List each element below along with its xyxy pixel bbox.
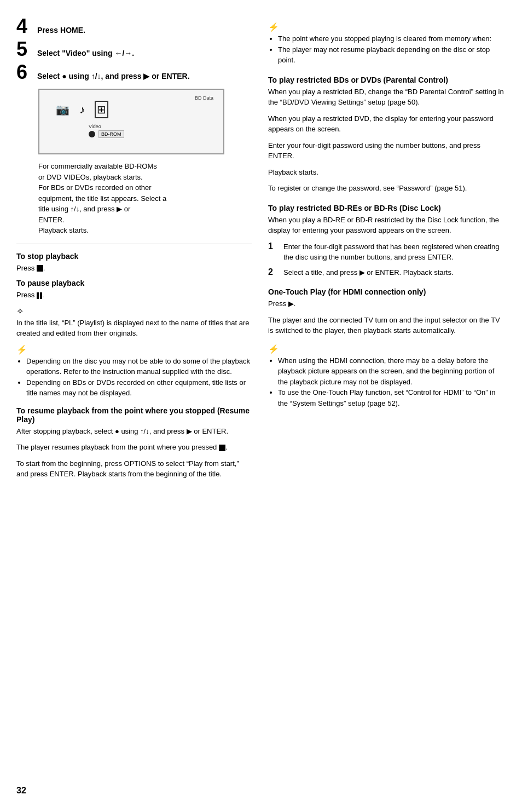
disc-lock-intro: When you play a BD-RE or BD-R restricted… xyxy=(268,215,506,236)
gear-icon: ✧ xyxy=(16,306,252,316)
bd-rom-row: BD-ROM xyxy=(89,130,207,138)
parental-heading: To play restricted BDs or DVDs (Parental… xyxy=(268,76,506,84)
resume-body-2: The player resumes playback from the poi… xyxy=(16,442,252,453)
one-touch-section: One-Touch Play (for HDMI connection only… xyxy=(268,287,506,336)
stop-playback-section: To stop playback Press . xyxy=(16,252,252,274)
step-2-num: 2 xyxy=(268,267,278,278)
video-row: Video xyxy=(89,124,207,129)
bolt-note-1-section: ⚡ Depending on the disc you may not be a… xyxy=(16,344,252,399)
bolt-note-3-section: ⚡ When using the HDMI connection, there … xyxy=(268,344,506,409)
bd-rom-label: BD-ROM xyxy=(98,130,124,138)
pause-icon xyxy=(37,292,42,299)
pause-heading: To pause playback xyxy=(16,279,252,287)
resume-body-3: To start from the beginning, press OPTIO… xyxy=(16,458,252,480)
screen-mockup: BD Data 📷 ♪ ⊞ Video BD-ROM xyxy=(38,89,224,154)
bd-data-label: BD Data xyxy=(195,95,213,101)
parental-body-5: To register or change the password, see … xyxy=(268,183,506,194)
step-6-caption: For commercially available BD-ROMs or DV… xyxy=(38,161,252,236)
disc-lock-step-2: 2 Select a title, and press ▶ or ENTER. … xyxy=(268,267,506,278)
bolt-icon-2: ⚡ xyxy=(268,22,506,32)
page-number: 32 xyxy=(16,786,26,796)
bolt-note-2-list: The point where you stopped playing is c… xyxy=(278,33,506,66)
bolt-note-1-list: Depending on the disc you may not be abl… xyxy=(26,356,252,399)
step-4: 4 Press HOME. xyxy=(16,16,252,36)
gear-note-section: ✧ In the title list, “PL” (Playlist) is … xyxy=(16,306,252,339)
step-5-number: 5 xyxy=(16,39,33,59)
bolt-note-2-item-2: The player may not resume playback depen… xyxy=(278,44,506,66)
step-4-number: 4 xyxy=(16,16,33,36)
right-column: ⚡ The point where you stopped playing is… xyxy=(268,16,506,796)
divider-1 xyxy=(16,244,252,244)
pause-playback-section: To pause playback Press . xyxy=(16,279,252,301)
video-label: Video xyxy=(89,124,101,129)
resume-body-1: After stopping playback, select ● using … xyxy=(16,426,252,437)
step-6-text: Select ● using ↑/↓, and press ▶ or ENTER… xyxy=(37,72,190,80)
parental-section: To play restricted BDs or DVDs (Parental… xyxy=(268,76,506,194)
bolt-note-2-section: ⚡ The point where you stopped playing is… xyxy=(268,22,506,66)
parental-body-2: When you play a restricted DVD, the disp… xyxy=(268,113,506,135)
one-touch-body: The player and the connected TV turn on … xyxy=(268,315,506,336)
parental-body-1: When you play a restricted BD, change th… xyxy=(268,87,506,108)
bolt-note-3-item-2: To use the One-Touch Play function, set … xyxy=(278,387,506,408)
step-1-text: Enter the four-digit password that has b… xyxy=(283,241,506,263)
bolt-note-3-item-1: When using the HDMI connection, there ma… xyxy=(278,355,506,388)
bolt-icon-3: ⚡ xyxy=(268,344,506,354)
step-2-text: Select a title, and press ▶ or ENTER. Pl… xyxy=(283,267,454,278)
step-6: 6 Select ● using ↑/↓, and press ▶ or ENT… xyxy=(16,62,252,82)
one-touch-heading: One-Touch Play (for HDMI connection only… xyxy=(268,287,506,296)
pause-body: Press . xyxy=(16,290,252,301)
screen-icons-row: 📷 ♪ ⊞ xyxy=(56,101,207,118)
video-icon: ⊞ xyxy=(95,101,108,118)
bolt-note-1-item-2: Depending on BDs or DVDs recorded on oth… xyxy=(26,377,252,399)
left-column: 4 Press HOME. 5 Select "Video" using ←/→… xyxy=(16,16,252,796)
resume-heading: To resume playback from the point where … xyxy=(16,406,252,424)
disc-lock-step-1: 1 Enter the four-digit password that has… xyxy=(268,241,506,263)
step-5-text: Select "Video" using ←/→. xyxy=(37,49,134,57)
stop-heading: To stop playback xyxy=(16,252,252,261)
step-4-text: Press HOME. xyxy=(37,26,85,34)
bolt-icon-1: ⚡ xyxy=(16,344,252,355)
gear-note-text: In the title list, “PL” (Playlist) is di… xyxy=(16,318,252,339)
camera-icon: 📷 xyxy=(56,103,69,116)
stop-icon-2 xyxy=(219,445,225,451)
one-touch-press: Press ▶. xyxy=(268,298,506,309)
step-6-number: 6 xyxy=(16,62,33,82)
bolt-note-2-item-1: The point where you stopped playing is c… xyxy=(278,33,506,44)
bolt-note-3-list: When using the HDMI connection, there ma… xyxy=(278,355,506,409)
step-1-num: 1 xyxy=(268,241,278,263)
step-5: 5 Select "Video" using ←/→. xyxy=(16,39,252,59)
parental-body-4: Playback starts. xyxy=(268,167,506,178)
disc-lock-heading: To play restricted BD-REs or BD-Rs (Disc… xyxy=(268,204,506,212)
disc-lock-section: To play restricted BD-REs or BD-Rs (Disc… xyxy=(268,204,506,278)
resume-section: To resume playback from the point where … xyxy=(16,406,252,480)
music-icon: ♪ xyxy=(79,103,85,116)
parental-body-3: Enter your four-digit password using the… xyxy=(268,140,506,162)
stop-icon xyxy=(37,265,43,272)
bolt-note-1-item-1: Depending on the disc you may not be abl… xyxy=(26,356,252,377)
stop-body: Press . xyxy=(16,263,252,274)
disc-circle xyxy=(89,131,95,137)
